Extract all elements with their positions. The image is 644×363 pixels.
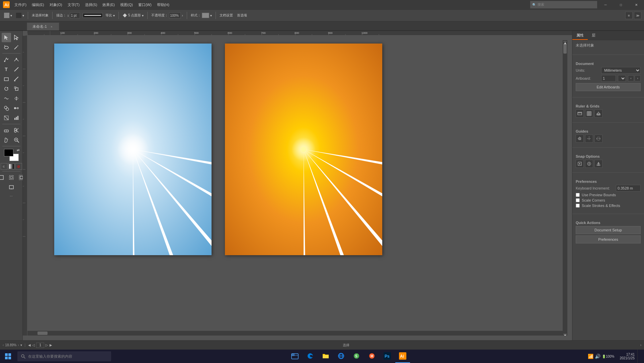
taskbar-volume-icon[interactable]: 🔊 [595, 354, 600, 359]
pen-tool[interactable] [2, 55, 11, 64]
guide-icon-3[interactable] [594, 135, 602, 143]
menu-edit[interactable]: 编辑(E) [29, 2, 47, 8]
warp-tool[interactable] [2, 94, 11, 103]
stroke-control[interactable]: 描边： ↕ [55, 12, 81, 19]
document-setup-button[interactable]: Document Setup [576, 226, 641, 234]
scroll-thumb-v[interactable] [563, 44, 567, 54]
guide-icon-1[interactable] [576, 135, 584, 143]
scale-tool[interactable] [12, 84, 21, 93]
use-preview-bounds-checkbox[interactable] [576, 193, 580, 197]
zoom-down-arrow[interactable]: ‹ [3, 343, 4, 347]
paintbrush-tool[interactable] [12, 74, 21, 84]
taskbar-battery-icon[interactable]: 🔋100% [602, 355, 615, 358]
artboard-nav-prev[interactable]: ◀ [28, 343, 31, 347]
stroke-dropdown-arrow[interactable]: ▾ [22, 14, 24, 17]
show-desktop-button[interactable] [637, 350, 644, 363]
taskbar-search-box[interactable]: 在这里输入你要搜索的内容 [17, 351, 111, 361]
opacity-input[interactable] [169, 12, 181, 18]
draw-inside-btn[interactable] [7, 173, 16, 182]
perspective-grid-btn[interactable] [594, 110, 602, 118]
artboard-nav-next[interactable]: ▷ [46, 343, 48, 347]
type-tool[interactable]: T [2, 65, 11, 74]
fg-bg-colors[interactable]: ⇄ [4, 149, 19, 161]
preferences-button[interactable]: Preferences [576, 235, 641, 243]
curvature-tool[interactable] [12, 55, 21, 64]
grid-icon-btn[interactable] [585, 110, 593, 118]
taskbar-network-icon[interactable]: 📶 [588, 354, 593, 359]
direct-selection-tool[interactable] [12, 33, 21, 42]
fill-color-box[interactable] [4, 13, 9, 18]
vertical-scrollbar[interactable]: ▲ ▼ [563, 40, 567, 336]
toolbar-more-icon[interactable]: ≫ [634, 12, 641, 19]
maximize-button[interactable]: □ [613, 0, 629, 9]
taskbar-app6[interactable]: M [365, 350, 379, 363]
stroke-color-swatch[interactable]: ▾ [15, 12, 25, 19]
shape-builder-tool[interactable] [2, 103, 11, 113]
artboard-number-input[interactable] [601, 75, 616, 82]
menu-file[interactable]: 文件(F) [12, 2, 29, 8]
style-swatch[interactable] [202, 13, 209, 18]
doc-setup-button[interactable]: 文档设置 [218, 12, 234, 18]
artboard-1[interactable] [54, 44, 212, 255]
close-button[interactable]: ✕ [629, 0, 644, 9]
ruler-icon-btn[interactable] [576, 110, 584, 118]
stroke-color-box[interactable] [16, 13, 21, 18]
screen-mode-btn[interactable] [7, 183, 16, 192]
artboard-2[interactable] [225, 44, 382, 255]
scroll-thumb-h[interactable] [37, 332, 48, 335]
line-tool[interactable] [12, 65, 21, 74]
more-tools-btn[interactable]: ··· [10, 194, 12, 198]
swap-colors-icon[interactable]: ⇄ [17, 148, 19, 152]
start-button[interactable] [0, 350, 16, 363]
menu-window[interactable]: 窗口(W) [136, 2, 154, 8]
snap-icon-2[interactable] [585, 160, 593, 168]
tab-close-button[interactable]: × [50, 25, 54, 29]
zoom-up-arrow[interactable]: › [18, 343, 19, 347]
preferences-toolbar-button[interactable]: 首选项 [236, 12, 248, 18]
draw-normal-btn[interactable] [0, 173, 6, 182]
canvas-area[interactable]: 100 200 300 400 500 600 700 [23, 31, 572, 340]
taskbar-ie[interactable] [334, 350, 348, 363]
zoom-tool[interactable] [12, 135, 21, 145]
tab-properties[interactable]: 属性 [572, 31, 588, 40]
zoom-dropdown-arrow[interactable]: ▾ [20, 343, 22, 347]
status-right-arrow[interactable]: › [640, 343, 641, 347]
artboard-next[interactable]: › [635, 75, 641, 81]
artboard-prev[interactable]: ‹ [628, 75, 634, 81]
hand-tool[interactable] [2, 135, 11, 145]
scale-dropdown-arrow[interactable]: ▾ [113, 14, 115, 17]
opacity-right-arrow[interactable]: › [182, 14, 183, 17]
horizontal-scrollbar[interactable] [27, 331, 563, 336]
guide-icon-2[interactable] [585, 135, 593, 143]
selection-tool[interactable] [2, 33, 11, 42]
menu-view[interactable]: 视图(Q) [118, 2, 135, 8]
lasso-tool[interactable] [2, 43, 11, 52]
app-search-bar[interactable]: 🔍 搜索 [530, 1, 597, 8]
style-dropdown-arrow[interactable]: ▾ [210, 14, 212, 17]
foreground-color-box[interactable] [4, 149, 13, 156]
taskbar-file-manager[interactable] [318, 350, 333, 363]
zoom-control[interactable]: ‹ 18.89% › ▾ [3, 343, 22, 347]
stroke-width-input[interactable] [70, 12, 80, 18]
taskbar-edge[interactable] [303, 350, 318, 363]
gradient-mode-btn[interactable] [8, 163, 15, 170]
edit-artboards-button[interactable]: Edit Artboards [576, 83, 641, 91]
blend-tool[interactable] [12, 103, 21, 113]
width-tool[interactable] [12, 94, 21, 103]
bar-chart-tool[interactable] [12, 113, 21, 123]
taskbar-app5[interactable]: S [349, 350, 364, 363]
eraser-tool[interactable] [2, 126, 11, 135]
scroll-arrow-down[interactable]: ▼ [563, 334, 567, 335]
minimize-button[interactable]: ─ [598, 0, 613, 9]
scale-dropdown[interactable]: 等比 ▾ [104, 12, 116, 18]
units-select[interactable]: Millimeters [601, 67, 641, 74]
artboard-nav-prev2[interactable]: ◁ [32, 343, 35, 347]
taskbar-photoshop[interactable]: Ps [380, 350, 395, 363]
none-mode-btn[interactable]: ⊘ [15, 163, 22, 170]
rotate-tool[interactable] [2, 84, 11, 93]
scroll-arrow-up[interactable]: ▲ [563, 41, 567, 42]
menu-help[interactable]: 帮助(H) [155, 2, 172, 8]
style-control[interactable]: 样式： ▾ [189, 12, 213, 19]
artboard-page-input[interactable] [36, 343, 44, 348]
kb-increment-input[interactable] [616, 185, 641, 192]
